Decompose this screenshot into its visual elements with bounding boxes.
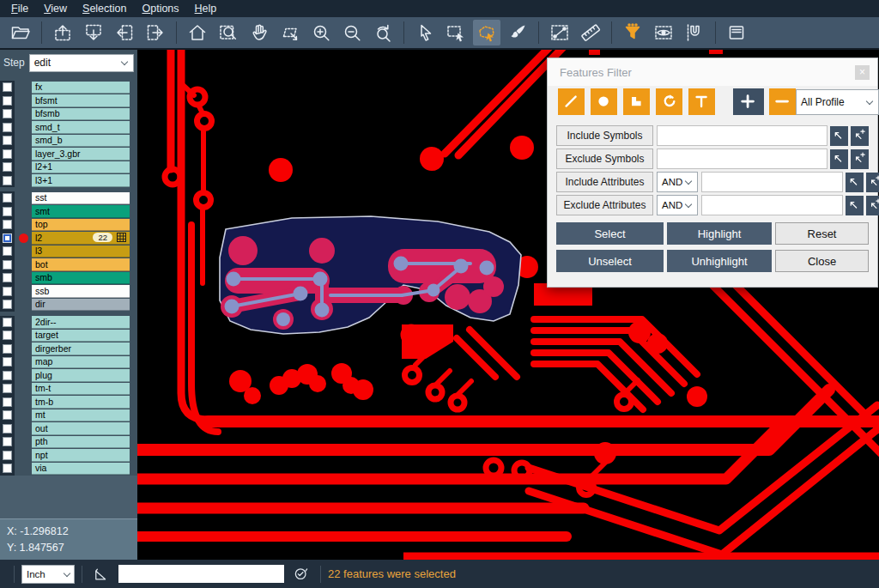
exclude-symbols-button[interactable]: Exclude Symbols xyxy=(556,149,653,169)
layer-checkbox[interactable] xyxy=(3,384,12,393)
tool-zoom-previous[interactable] xyxy=(369,20,397,45)
tool-zoom-in[interactable] xyxy=(307,20,335,45)
layer-row-dir[interactable]: dir xyxy=(0,298,130,312)
layer-checkbox[interactable] xyxy=(3,193,12,203)
exclude-attributes-button[interactable]: Exclude Attributes xyxy=(556,195,653,215)
layer-checkbox[interactable] xyxy=(3,136,12,145)
select-button[interactable]: Select xyxy=(556,222,664,245)
tool-pan-hand[interactable] xyxy=(246,20,273,45)
tool-pan-down[interactable] xyxy=(80,20,107,45)
layer-checkbox[interactable] xyxy=(3,96,12,106)
tool-pan-right[interactable] xyxy=(142,20,169,45)
tool-zoom-window[interactable] xyxy=(215,20,242,45)
layer-name[interactable]: bfsmt xyxy=(32,94,130,107)
layer-checkbox[interactable] xyxy=(3,82,12,92)
filter-value-input[interactable] xyxy=(701,172,843,192)
feature-type-text-button[interactable] xyxy=(688,88,715,115)
menu-options[interactable]: Options xyxy=(134,1,186,16)
close-button[interactable]: Close xyxy=(775,250,869,272)
layer-checkbox[interactable] xyxy=(3,464,12,473)
layer-row-plug[interactable]: plug xyxy=(0,369,130,383)
arrow-select-add-button[interactable] xyxy=(866,173,879,192)
feature-type-pad-button[interactable] xyxy=(591,88,617,115)
layer-name[interactable]: map xyxy=(32,356,130,369)
layer-row-bfsmb[interactable]: bfsmb xyxy=(0,107,130,121)
menu-help[interactable]: Help xyxy=(187,1,225,16)
arrow-select-add-button[interactable] xyxy=(851,149,869,169)
tool-layers-panel[interactable] xyxy=(723,20,750,45)
feature-type-line-button[interactable] xyxy=(558,88,585,115)
layer-row-pth[interactable]: pth xyxy=(0,435,130,449)
layer-name[interactable]: smb xyxy=(32,272,130,285)
arrow-select-add-button[interactable] xyxy=(866,196,879,215)
layer-row-bfsmt[interactable]: bfsmt xyxy=(0,94,130,108)
highlight-button[interactable]: Highlight xyxy=(667,222,772,245)
layer-checkbox[interactable] xyxy=(3,149,12,159)
layer-name[interactable]: l3+1 xyxy=(32,174,130,187)
tool-snap-magnet[interactable] xyxy=(681,20,708,45)
layer-row-ssb[interactable]: ssb xyxy=(0,285,130,299)
feature-type-arc-button[interactable] xyxy=(656,88,682,115)
units-dropdown[interactable]: Inch xyxy=(21,565,75,584)
unhighlight-button[interactable]: Unhighlight xyxy=(667,250,772,272)
layer-name[interactable]: sst xyxy=(32,192,130,205)
tool-select-polygon[interactable] xyxy=(473,20,500,45)
tool-brush[interactable] xyxy=(504,20,531,45)
layer-name[interactable]: l222 xyxy=(32,232,130,245)
menu-file[interactable]: File xyxy=(3,1,36,16)
layer-name[interactable]: dir xyxy=(32,299,130,312)
layer-name[interactable]: top xyxy=(32,219,130,232)
arrow-select-add-button[interactable] xyxy=(851,126,869,146)
layer-row-smb[interactable]: smb xyxy=(0,271,130,285)
layer-row-top[interactable]: top xyxy=(0,218,130,232)
command-input[interactable] xyxy=(118,565,284,583)
layer-checkbox[interactable] xyxy=(3,357,12,367)
layer-row-l2+1[interactable]: l2+1 xyxy=(0,161,130,174)
layer-row-bot[interactable]: bot xyxy=(0,258,130,272)
layer-checkbox[interactable] xyxy=(3,109,12,118)
layer-checkbox[interactable] xyxy=(3,410,12,420)
layer-checkbox[interactable] xyxy=(3,318,12,327)
and-or-dropdown[interactable]: AND xyxy=(657,195,698,215)
tool-open[interactable] xyxy=(7,20,34,45)
layer-row-fx[interactable]: fx xyxy=(0,81,130,94)
layer-row-l2[interactable]: l222 xyxy=(0,232,130,246)
selection-region[interactable] xyxy=(220,216,521,334)
layer-name[interactable]: plug xyxy=(32,369,130,382)
step-dropdown[interactable]: edit xyxy=(29,54,134,72)
layer-name[interactable]: l3 xyxy=(32,246,130,258)
filter-value-input[interactable] xyxy=(657,125,827,146)
layer-name[interactable]: bot xyxy=(32,258,130,271)
arrow-select-button[interactable] xyxy=(846,173,864,192)
layer-name[interactable]: l2+1 xyxy=(32,161,130,174)
layer-name[interactable]: smd_t xyxy=(32,121,130,134)
layer-row-tm-t[interactable]: tm-t xyxy=(0,382,130,396)
layer-name[interactable]: via xyxy=(32,463,130,476)
dialog-titlebar[interactable]: Features Filter × xyxy=(548,58,877,86)
layer-row-smd_t[interactable]: smd_t xyxy=(0,121,130,135)
reset-button[interactable]: Reset xyxy=(775,222,869,245)
layer-checkbox[interactable] xyxy=(3,260,12,270)
layer-name[interactable]: smd_b xyxy=(32,135,130,148)
layer-checkbox[interactable] xyxy=(3,123,12,132)
tool-pan-up[interactable] xyxy=(49,20,76,45)
tool-pan-left[interactable] xyxy=(111,20,138,45)
layer-checkbox[interactable] xyxy=(3,287,12,296)
tool-view-eye[interactable] xyxy=(650,20,677,45)
and-or-dropdown[interactable]: AND xyxy=(657,172,698,192)
layer-row-map[interactable]: map xyxy=(0,355,130,369)
layer-row-mt[interactable]: mt xyxy=(0,409,130,422)
feature-type-surface-button[interactable] xyxy=(623,88,650,115)
layer-checkbox[interactable] xyxy=(3,233,12,243)
profile-dropdown[interactable]: All Profile xyxy=(796,89,879,115)
layer-checkbox[interactable] xyxy=(3,397,12,407)
layer-checkbox[interactable] xyxy=(3,437,12,446)
arrow-select-button[interactable] xyxy=(846,196,864,215)
layer-row-layer_3.gbr[interactable]: layer_3.gbr xyxy=(0,148,130,161)
layer-name[interactable]: fx xyxy=(32,82,130,94)
include-symbols-button[interactable]: Include Symbols xyxy=(556,125,653,146)
filter-value-input[interactable] xyxy=(657,149,827,169)
tool-select-cursor[interactable] xyxy=(411,20,439,45)
tool-select-rect[interactable] xyxy=(442,20,470,45)
layer-checkbox[interactable] xyxy=(3,220,12,229)
